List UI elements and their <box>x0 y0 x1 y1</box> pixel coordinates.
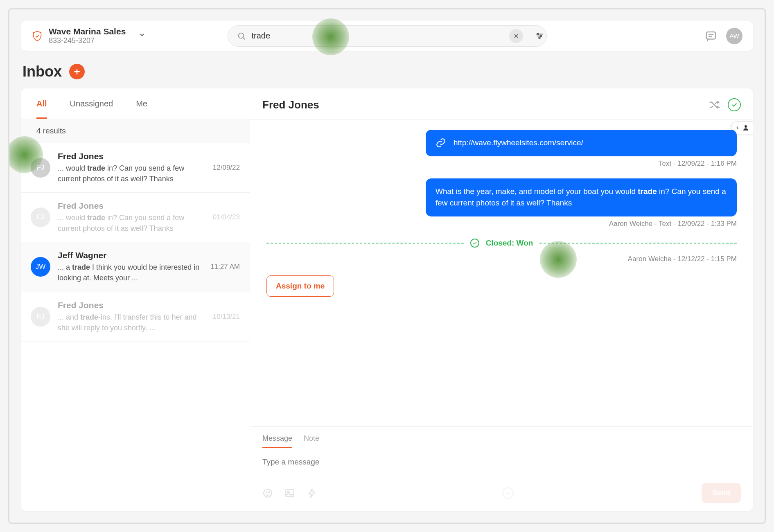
conversation-avatar: JW <box>31 257 50 277</box>
conversation-name: Fred Jones <box>58 151 205 161</box>
thread-header: Fred Jones <box>250 88 753 120</box>
message-meta: Text - 12/09/22 - 1:16 PM <box>266 160 737 168</box>
tab-all[interactable]: All <box>36 99 47 119</box>
contact-name: Fred Jones <box>262 99 319 111</box>
filter-icon[interactable] <box>535 32 544 41</box>
search-icon <box>237 32 246 41</box>
svg-point-0 <box>238 33 244 38</box>
thread-panel: Fred Jones <box>250 88 753 511</box>
mark-done-button[interactable] <box>728 98 741 111</box>
svg-rect-4 <box>706 32 716 39</box>
conversation-list: FJFred Jones... would trade in? Can you … <box>21 143 250 342</box>
conversation-avatar: FJ <box>31 307 50 327</box>
composer-tabs: Message Note <box>250 427 753 448</box>
org-name: Wave Marina Sales <box>49 27 126 36</box>
conversation-snippet: ... would trade in? Can you send a few c… <box>58 163 205 184</box>
status-check-icon <box>470 239 479 248</box>
conversation-item[interactable]: FJFred Jones... and trade-ins. I'll tran… <box>21 292 250 342</box>
compose-button[interactable] <box>69 64 85 79</box>
image-icon[interactable] <box>284 488 295 498</box>
conversation-list-panel: All Unassigned Me 4 results FJFred Jones… <box>21 88 250 511</box>
conversation-date: 10/13/21 <box>213 313 240 321</box>
shield-check-icon <box>32 30 43 42</box>
results-count: 4 results <box>21 119 250 143</box>
conversation-item[interactable]: JWJeff Wagner... a trade I think you wou… <box>21 242 250 292</box>
conversation-avatar: FJ <box>31 207 50 227</box>
clear-search-button[interactable] <box>509 29 523 43</box>
message-meta: Aaron Weiche - Text - 12/09/22 - 1:33 PM <box>266 220 737 228</box>
chevron-down-icon[interactable] <box>139 32 145 40</box>
divider <box>529 29 529 43</box>
message-bubble-link: http://wave.flywheelsites.com/service/ <box>426 130 737 156</box>
ai-suggest-icon[interactable] <box>502 487 514 499</box>
messages-icon[interactable] <box>705 30 717 42</box>
main-panel: All Unassigned Me 4 results FJFred Jones… <box>21 88 753 511</box>
svg-point-6 <box>264 489 272 497</box>
shuffle-icon[interactable] <box>708 99 720 111</box>
svg-rect-9 <box>286 489 294 496</box>
svg-point-8 <box>269 491 269 492</box>
conversation-item[interactable]: FJFred Jones... would trade in? Can you … <box>21 143 250 193</box>
conversation-name: Fred Jones <box>58 300 205 310</box>
status-label: Closed: Won <box>486 239 533 248</box>
conversation-name: Fred Jones <box>58 201 205 211</box>
tab-unassigned[interactable]: Unassigned <box>70 99 113 119</box>
conversation-snippet: ... would trade in? Can you send a few c… <box>58 212 205 234</box>
message-bubble-trade: What is the year, make, and model of you… <box>426 178 737 216</box>
template-icon[interactable] <box>307 488 317 498</box>
user-avatar[interactable]: AW <box>726 28 742 44</box>
search-input[interactable] <box>246 31 509 41</box>
inbox-tabs: All Unassigned Me <box>21 88 250 119</box>
composer: Message Note Send <box>250 426 753 511</box>
top-bar: Wave Marina Sales 833-245-3207 <box>21 21 753 51</box>
message-link-text[interactable]: http://wave.flywheelsites.com/service/ <box>454 137 583 149</box>
conversation-item[interactable]: FJFred Jones... would trade in? Can you … <box>21 193 250 242</box>
conversation-date: 12/09/22 <box>213 164 240 172</box>
conversation-avatar: FJ <box>31 158 50 178</box>
status-divider: Closed: Won <box>266 239 737 248</box>
conversation-name: Jeff Wagner <box>58 250 203 260</box>
message-text-pre: What is the year, make, and model of you… <box>436 187 638 196</box>
composer-tab-note[interactable]: Note <box>304 434 319 448</box>
composer-toolbar: Send <box>250 477 753 511</box>
assign-to-me-button[interactable]: Assign to me <box>266 275 334 297</box>
org-phone: 833-245-3207 <box>49 36 126 45</box>
link-icon <box>436 138 446 148</box>
tab-me[interactable]: Me <box>136 99 147 119</box>
conversation-date: 01/04/23 <box>213 213 240 221</box>
composer-tab-message[interactable]: Message <box>262 434 292 448</box>
svg-point-3 <box>539 37 540 38</box>
page-title: Inbox <box>23 63 62 80</box>
message-text-highlight: trade <box>638 187 657 196</box>
org-selector[interactable]: Wave Marina Sales 833-245-3207 <box>32 27 145 45</box>
send-button[interactable]: Send <box>702 483 741 503</box>
emoji-icon[interactable] <box>262 488 273 498</box>
svg-point-2 <box>540 35 542 37</box>
conversation-snippet: ... a trade I think you would be interes… <box>58 262 203 283</box>
svg-point-1 <box>537 33 539 35</box>
status-meta: Aaron Weiche - 12/12/22 - 1:15 PM <box>266 255 737 263</box>
conversation-date: 11:27 AM <box>210 263 240 271</box>
conversation-snippet: ... and trade-ins. I'll transfer this to… <box>58 312 205 333</box>
inbox-title-row: Inbox <box>23 63 753 80</box>
svg-point-7 <box>266 491 267 492</box>
message-input[interactable] <box>262 458 741 476</box>
search-bar <box>228 25 547 47</box>
message-thread: http://wave.flywheelsites.com/service/ T… <box>250 120 753 426</box>
